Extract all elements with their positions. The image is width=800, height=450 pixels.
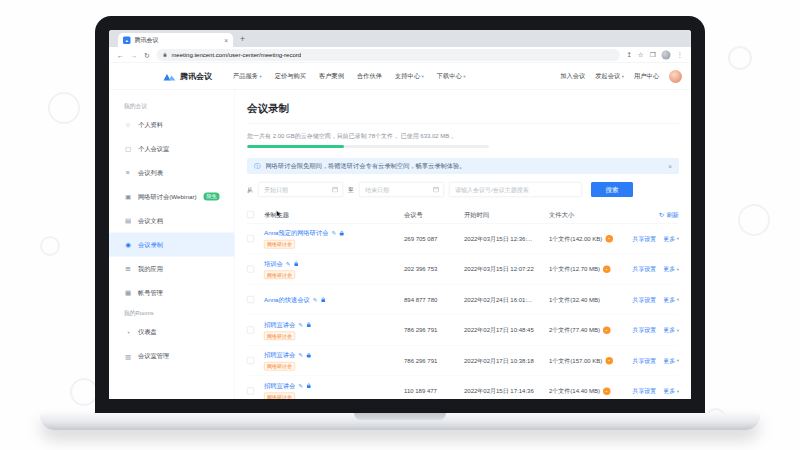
sidebar-item-meeting-record[interactable]: ◉ 会议录制 — [109, 233, 235, 257]
col-header-number: 会议号 — [404, 210, 464, 219]
row-checkbox[interactable] — [247, 388, 254, 395]
webinar-badge: 网络研讨会 — [264, 392, 295, 399]
orange-status-icon: ▪ — [605, 357, 613, 365]
search-button[interactable]: 搜索 — [591, 182, 633, 197]
recording-topic-link[interactable]: 招聘宣讲会 — [264, 320, 295, 329]
nav-link-partners[interactable]: 合作伙伴 — [357, 72, 382, 81]
edit-icon[interactable]: ✎ — [313, 296, 318, 303]
meeting-number: 110 189 477 — [404, 388, 464, 395]
nav-link-products[interactable]: 产品服务 ▾ — [233, 72, 262, 81]
edit-icon[interactable]: ✎ — [298, 352, 303, 359]
nav-link-pricing[interactable]: 定价与购买 — [275, 72, 306, 81]
chevron-down-icon: ▾ — [677, 267, 679, 272]
lock-icon[interactable] — [339, 230, 345, 236]
row-checkbox[interactable] — [247, 296, 254, 303]
user-icon: ○ — [124, 121, 132, 129]
sidebar-item-webinar[interactable]: ▣ 网络研讨会(Webinar) 限免 — [109, 185, 235, 209]
file-size: 1个文件(142.00 KB) — [549, 234, 602, 243]
sidebar-item-meeting-list[interactable]: ≡ 会议列表 — [109, 161, 235, 185]
row-checkbox[interactable] — [247, 357, 254, 364]
search-field[interactable] — [449, 182, 582, 197]
more-dropdown[interactable]: 更多▾ — [663, 295, 679, 304]
share-icon[interactable]: ↥ — [626, 51, 631, 59]
date-from-field[interactable] — [258, 182, 343, 197]
sidebar-item-my-apps[interactable]: ⊞ 我的应用 — [109, 257, 235, 281]
mouse-cursor — [276, 210, 282, 220]
browser-profile-avatar[interactable] — [662, 50, 671, 59]
nav-link-label: 合作伙伴 — [357, 72, 382, 81]
sidebar-item-label: 我的应用 — [138, 264, 163, 273]
stage: ▲ 腾讯会议 × + ← → ↻ meeting.tencent.com/use… — [0, 0, 800, 450]
date-to-field[interactable] — [359, 182, 444, 197]
row-checkbox[interactable] — [247, 327, 254, 334]
edit-icon[interactable]: ✎ — [286, 260, 291, 267]
recording-topic-link[interactable]: 招聘宣讲会 — [264, 351, 295, 360]
bookmark-star-icon[interactable]: ☆ — [638, 51, 644, 59]
lock-icon[interactable] — [306, 383, 312, 389]
tab-close-icon[interactable]: × — [224, 36, 228, 44]
sidebar-item-rooms-manage[interactable]: ▥ 会议室管理 — [109, 344, 235, 368]
share-settings-link[interactable]: 共享设置 — [632, 387, 656, 396]
webinar-badge: 网络研讨会 — [264, 240, 295, 249]
more-dropdown[interactable]: 更多▾ — [663, 387, 679, 396]
nav-link-join-meeting[interactable]: 加入会议 — [560, 72, 585, 81]
sidebar-item-dashboard[interactable]: ◔ 仪表盘 — [109, 320, 235, 344]
date-to-input[interactable] — [364, 186, 430, 194]
recording-topic-link[interactable]: 招聘宣讲会 — [264, 381, 295, 390]
lock-icon[interactable] — [320, 297, 326, 303]
more-dropdown[interactable]: 更多▾ — [663, 265, 679, 274]
nav-link-support[interactable]: 支持中心 ▾ — [395, 72, 424, 81]
share-settings-link[interactable]: 共享设置 — [632, 356, 656, 365]
sidebar-item-profile[interactable]: ○ 个人资料 — [109, 113, 235, 137]
search-input[interactable] — [454, 186, 577, 194]
share-settings-link[interactable]: 共享设置 — [632, 326, 656, 335]
date-from-input[interactable] — [263, 186, 329, 194]
brand-logo[interactable]: 腾讯会议 — [163, 71, 212, 82]
share-settings-link[interactable]: 共享设置 — [632, 295, 656, 304]
nav-link-user-center[interactable]: 用户中心 — [634, 72, 659, 81]
refresh-button[interactable]: ↻ 刷新 — [659, 210, 679, 219]
recording-topic-link[interactable]: Anna的快速会议 — [264, 295, 310, 304]
nav-link-download[interactable]: 下载中心 ▾ — [437, 72, 466, 81]
start-time: 2022年02月24日 16:01:... — [464, 295, 549, 304]
back-icon[interactable]: ← — [117, 51, 124, 59]
list-icon: ≡ — [124, 169, 132, 177]
sidebar-item-meeting-docs[interactable]: ▤ 会议文档 — [109, 209, 235, 233]
row-checkbox[interactable] — [247, 266, 254, 273]
side-panel-icon[interactable]: ❒ — [650, 51, 656, 59]
address-bar[interactable]: meeting.tencent.com/user-center/meeting-… — [156, 49, 620, 61]
more-dropdown[interactable]: 更多▾ — [663, 326, 679, 335]
lock-icon[interactable] — [306, 352, 312, 358]
info-icon: ⓘ — [254, 162, 261, 171]
select-all-checkbox[interactable] — [247, 211, 254, 218]
sidebar-item-personal-room[interactable]: ▢ 个人会议室 — [109, 137, 235, 161]
sidebar-section-header: 我的会议 — [109, 97, 235, 113]
row-checkbox[interactable] — [247, 235, 254, 242]
browser-menu-icon[interactable]: ⋮ — [677, 51, 684, 59]
edit-icon[interactable]: ✎ — [332, 230, 337, 237]
recording-topic-link[interactable]: 培训会 — [264, 259, 283, 268]
nav-link-label: 加入会议 — [560, 72, 585, 81]
sidebar-item-account[interactable]: ▦ 帐号管理 — [109, 281, 235, 305]
lock-icon[interactable] — [293, 261, 299, 267]
more-dropdown[interactable]: 更多▾ — [663, 356, 679, 365]
more-dropdown[interactable]: 更多▾ — [663, 234, 679, 243]
share-settings-link[interactable]: 共享设置 — [632, 234, 656, 243]
edit-icon[interactable]: ✎ — [298, 382, 303, 389]
browser-tab[interactable]: ▲ 腾讯会议 × — [118, 33, 233, 47]
edit-icon[interactable]: ✎ — [298, 321, 303, 328]
banner-close-icon[interactable]: × — [668, 162, 672, 170]
forward-icon[interactable]: → — [131, 51, 138, 59]
share-settings-link[interactable]: 共享设置 — [632, 265, 656, 274]
new-tab-button[interactable]: + — [240, 34, 245, 44]
account-icon: ▦ — [124, 289, 132, 297]
user-avatar[interactable] — [669, 70, 682, 83]
nav-link-start-meeting[interactable]: 发起会议 ▾ — [595, 72, 624, 81]
sidebar-item-label: 会议文档 — [138, 216, 163, 225]
nav-link-label: 产品服务 — [233, 72, 258, 81]
table-row: 招聘宣讲会 ✎ 网络研讨会 110 189 477 2022年02月15日 17… — [247, 376, 679, 399]
nav-link-cases[interactable]: 客户案例 — [319, 72, 344, 81]
reload-icon[interactable]: ↻ — [144, 51, 150, 59]
recording-topic-link[interactable]: Anna预定的网络研讨会 — [264, 229, 329, 238]
lock-icon[interactable] — [306, 322, 312, 328]
